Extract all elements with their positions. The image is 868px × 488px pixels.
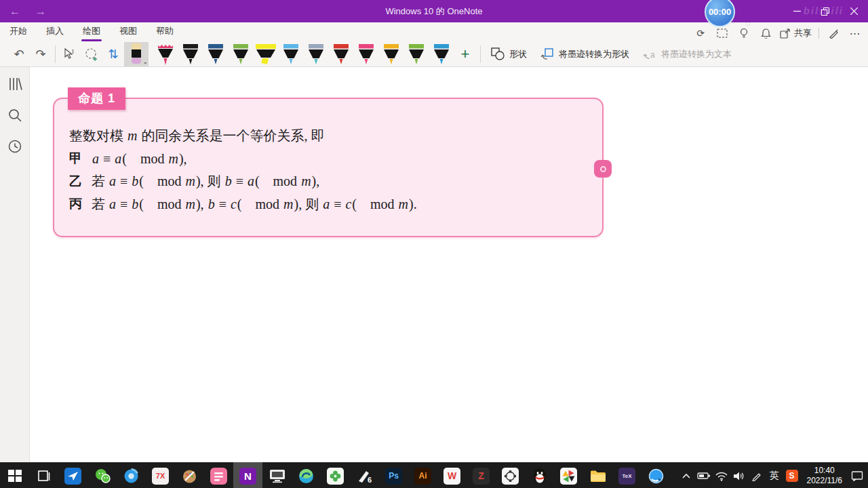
battery-icon[interactable] (696, 462, 712, 488)
wps-app[interactable]: W (437, 462, 467, 488)
proposition-box[interactable]: 命题 1 整数对模 m 的同余关系是一个等价关系, 即甲a ≡ a( mod m… (53, 98, 604, 237)
tab-menu-4[interactable]: 帮助 (156, 22, 174, 41)
pinwheel-app[interactable] (554, 462, 583, 488)
pen-blue[interactable] (429, 42, 454, 66)
pen-amber[interactable] (378, 42, 403, 66)
tablet-driver-app[interactable]: 6 (350, 462, 379, 488)
tell-me-lightbulb-icon[interactable] (736, 26, 751, 40)
hidden-icons-chevron[interactable] (678, 462, 694, 488)
clover-app[interactable] (321, 462, 350, 488)
illustrator-app[interactable]: Ai (408, 462, 437, 488)
left-rail (0, 67, 30, 462)
svg-text:I: I (72, 48, 74, 55)
z-app[interactable]: Z (467, 462, 496, 488)
tab-menu-1[interactable]: 插入 (46, 22, 64, 41)
shapes-button[interactable]: 形状 (491, 47, 527, 60)
paint-app[interactable] (175, 462, 204, 488)
messenger-app[interactable] (58, 462, 87, 488)
pen-lime[interactable] (403, 42, 429, 66)
redo-button[interactable]: ↷ (30, 43, 52, 65)
convert-ink-to-shape-button[interactable]: 将墨迹转换为形状 (540, 47, 629, 60)
minimize-button[interactable] (783, 0, 811, 22)
highlighter-yellow[interactable] (253, 42, 278, 66)
start-button[interactable] (0, 462, 29, 488)
wifi-icon[interactable] (713, 462, 730, 488)
work-area: 命题 1 整数对模 m 的同余关系是一个等价关系, 即甲a ≡ a( mod m… (0, 67, 868, 462)
more-commands-icon[interactable]: ⋯ (848, 26, 863, 40)
pen-tray-icon[interactable] (749, 462, 765, 488)
notifications-bell-icon[interactable] (758, 26, 773, 40)
line-label: 乙 (69, 173, 82, 190)
eraser-dropdown-chevron[interactable]: ⌄ (142, 58, 148, 65)
insert-space-button[interactable]: ⇅ (102, 43, 124, 65)
volume-icon[interactable] (731, 462, 747, 488)
proposition-line: 丙若 a ≡ b( mod m), b ≡ c( mod m), 则 a ≡ c… (69, 193, 589, 216)
network-app[interactable] (496, 462, 525, 488)
screen-monitor-app[interactable] (262, 462, 292, 488)
proposition-line: 乙若 a ≡ b( mod m), 则 b ≡ a( mod m), (69, 170, 589, 193)
tab-menu-3[interactable]: 视图 (119, 22, 137, 41)
browser-360-app[interactable] (117, 462, 146, 488)
line-label: 甲 (69, 150, 82, 167)
ime-language-indicator[interactable]: 英 (766, 462, 783, 488)
convert-ink-to-shape-icon (540, 47, 554, 60)
notebooks-icon[interactable] (6, 75, 24, 93)
edge-browser[interactable] (292, 462, 321, 488)
search-icon[interactable] (6, 106, 24, 124)
pink-dict-app[interactable] (204, 462, 233, 488)
proposition-line: 甲a ≡ a( mod m), (69, 148, 589, 171)
share-icon (780, 28, 791, 39)
pen-galaxy[interactable] (303, 42, 328, 66)
7x-app[interactable]: 7X (146, 462, 175, 488)
tex-app[interactable]: TeX (612, 462, 642, 488)
proposition-badge: 命题 1 (68, 87, 125, 110)
convert-ink-to-text-icon: a (643, 47, 656, 60)
ribbon: 开始插入绘图视图帮助 ⟳ 共享 ⋯ ↶ ↷ (0, 22, 868, 67)
mouse-cursor-dot (747, 22, 749, 25)
page-canvas[interactable]: 命题 1 整数对模 m 的同余关系是一个等价关系, 即甲a ≡ a( mod m… (30, 67, 868, 462)
file-explorer[interactable] (583, 462, 612, 488)
tab-menu-0[interactable]: 开始 (9, 22, 27, 41)
photoshop-app[interactable]: Ps (379, 462, 408, 488)
quark-browser[interactable] (642, 462, 671, 488)
sogou-input-icon[interactable]: S (784, 462, 800, 488)
pen-sky-blue[interactable] (278, 42, 303, 66)
share-button[interactable]: 共享 (780, 27, 812, 39)
qq-app[interactable] (525, 462, 554, 488)
clock-time: 10:40 (807, 466, 843, 476)
close-button[interactable] (840, 0, 868, 22)
svg-text:6: 6 (368, 476, 372, 484)
full-page-view-icon[interactable] (715, 26, 730, 40)
task-view-button[interactable] (29, 462, 58, 488)
pen-navy[interactable] (203, 42, 228, 66)
recent-notes-clock-icon[interactable] (6, 138, 24, 155)
shapes-icon (491, 47, 505, 60)
pen-red[interactable] (328, 42, 353, 66)
line-label: 丙 (69, 195, 82, 213)
onenote-app[interactable]: N (233, 462, 262, 488)
menu-row: 开始插入绘图视图帮助 ⟳ 共享 ⋯ (0, 22, 868, 41)
inking-pen-icon[interactable] (826, 26, 841, 40)
sync-icon[interactable]: ⟳ (693, 26, 708, 40)
pen-magenta[interactable] (353, 42, 378, 66)
add-pen-button[interactable]: + (454, 43, 477, 65)
taskbar: 7XN6PsAiWZTeX 英 S 10:40 2022/11/6 (0, 462, 868, 488)
lasso-select-button[interactable] (81, 43, 102, 65)
box-resize-handle[interactable] (594, 160, 612, 178)
action-center-icon[interactable] (849, 462, 865, 488)
svg-text:a: a (650, 50, 655, 60)
eraser-button[interactable]: ⌄ (124, 42, 149, 66)
tab-draw[interactable]: 绘图 (83, 22, 100, 41)
proposition-text: 整数对模 m 的同余关系是一个等价关系, 即甲a ≡ a( mod m),乙若 … (69, 125, 589, 216)
undo-button[interactable]: ↶ (8, 43, 30, 65)
wechat-app[interactable] (87, 462, 117, 488)
draw-toolbar: ↶ ↷ I ⇅ ⌄ (0, 41, 868, 66)
pen-black[interactable] (178, 42, 203, 66)
title-bar: ← → Windows 10 的 OneNote bilibili 00:00 (0, 0, 868, 22)
restore-button[interactable] (811, 0, 840, 22)
clock-date: 2022/11/6 (807, 476, 843, 486)
select-tool-button[interactable]: I (59, 43, 81, 65)
pen-green[interactable] (228, 42, 253, 66)
taskbar-clock[interactable]: 10:40 2022/11/6 (802, 466, 848, 486)
pencil-crimson[interactable] (153, 42, 178, 66)
